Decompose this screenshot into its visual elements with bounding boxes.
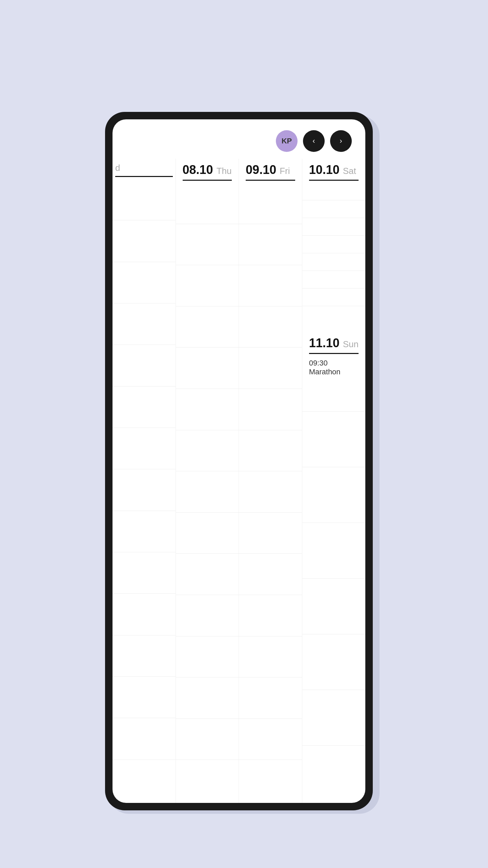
time-slot <box>176 430 239 472</box>
day-number-0910: 09.10 <box>246 163 276 177</box>
time-slot <box>176 554 239 595</box>
day-header-wed: d <box>113 159 176 176</box>
time-slot <box>176 307 239 348</box>
prev-nav-button[interactable]: ‹ <box>303 130 325 152</box>
time-slot <box>113 469 176 511</box>
time-slot <box>113 718 176 760</box>
time-slot <box>176 513 239 554</box>
time-slot <box>176 265 239 307</box>
time-slots-1010 <box>302 181 365 323</box>
time-slot <box>302 253 365 271</box>
time-slot <box>176 636 239 678</box>
time-slot <box>302 523 365 578</box>
marathon-event-slot[interactable]: 09:30 Marathon <box>302 356 365 412</box>
day-number-1010: 10.10 <box>309 163 340 177</box>
time-slot <box>176 677 239 719</box>
time-slot <box>113 677 176 718</box>
time-slot <box>176 389 239 430</box>
day-name-1110: Sun <box>343 339 359 350</box>
time-slot <box>239 760 302 801</box>
avatar: KP <box>276 130 298 152</box>
day-column-wed: d <box>113 159 176 803</box>
time-slot <box>239 224 302 265</box>
time-slot <box>302 690 365 746</box>
tablet-screen: KP ‹ › d <box>113 119 365 803</box>
time-slot <box>176 719 239 760</box>
time-slot <box>239 471 302 513</box>
marathon-event[interactable]: 09:30 Marathon <box>302 356 365 379</box>
day-number-0810: 08.10 <box>183 163 213 177</box>
time-slot <box>176 760 239 801</box>
time-slot <box>113 552 176 594</box>
day-name-wed: d <box>115 163 120 173</box>
time-slot <box>302 746 365 801</box>
time-slot <box>302 306 365 324</box>
time-slot <box>239 636 302 678</box>
day-column-0910: 09.10 Fri <box>239 159 302 803</box>
time-slot <box>113 179 176 220</box>
time-slot <box>176 224 239 265</box>
time-slot <box>302 634 365 690</box>
time-slot <box>302 218 365 236</box>
time-slot <box>302 467 365 523</box>
day-column-1010: 10.10 Sat <box>302 159 365 803</box>
time-slot <box>302 271 365 289</box>
time-slot <box>302 236 365 253</box>
time-slot <box>239 677 302 719</box>
time-slot <box>113 303 176 345</box>
day-name-0910: Fri <box>280 166 290 176</box>
calendar-grid: d <box>113 159 365 803</box>
time-slot <box>239 389 302 430</box>
time-slot <box>302 183 365 200</box>
day-header-1110: 11.10 Sun <box>302 330 365 353</box>
time-slot <box>113 262 176 303</box>
day-name-1010: Sat <box>343 166 356 176</box>
time-slot <box>176 348 239 389</box>
time-slot <box>239 719 302 760</box>
time-slot <box>239 430 302 472</box>
time-slot <box>239 265 302 307</box>
tablet-frame: KP ‹ › d <box>105 112 373 810</box>
day-header-0810: 08.10 Thu <box>176 159 239 180</box>
time-slot <box>239 183 302 224</box>
day-name-0810: Thu <box>217 166 232 176</box>
day-number-1110: 11.10 <box>309 336 340 350</box>
time-slots-1110: 09:30 Marathon <box>302 354 365 803</box>
time-slot <box>113 428 176 469</box>
time-slot <box>302 289 365 306</box>
time-slot <box>176 595 239 636</box>
time-slot <box>113 760 176 801</box>
time-slots-wed <box>113 177 176 803</box>
time-slot <box>302 412 365 467</box>
time-slot <box>302 579 365 634</box>
time-slot <box>113 594 176 635</box>
time-slot <box>239 513 302 554</box>
time-slot <box>113 511 176 552</box>
time-slot <box>239 307 302 348</box>
next-nav-button[interactable]: › <box>330 130 352 152</box>
header-bar: KP ‹ › <box>113 119 365 159</box>
day-header-1010: 10.10 Sat <box>302 159 365 180</box>
tablet-wrapper: KP ‹ › d <box>105 112 383 824</box>
time-slots-0810 <box>176 181 239 803</box>
time-slot <box>113 220 176 262</box>
time-slot <box>176 471 239 513</box>
time-slot <box>239 554 302 595</box>
time-slot <box>113 345 176 386</box>
time-slot <box>113 387 176 428</box>
time-slot <box>176 183 239 224</box>
time-slot <box>239 348 302 389</box>
time-slot <box>113 635 176 677</box>
day-header-0910: 09.10 Fri <box>239 159 302 180</box>
time-slots-0910 <box>239 181 302 803</box>
time-slot <box>239 595 302 636</box>
day-column-0810: 08.10 Thu <box>176 159 239 803</box>
time-slot <box>302 200 365 218</box>
